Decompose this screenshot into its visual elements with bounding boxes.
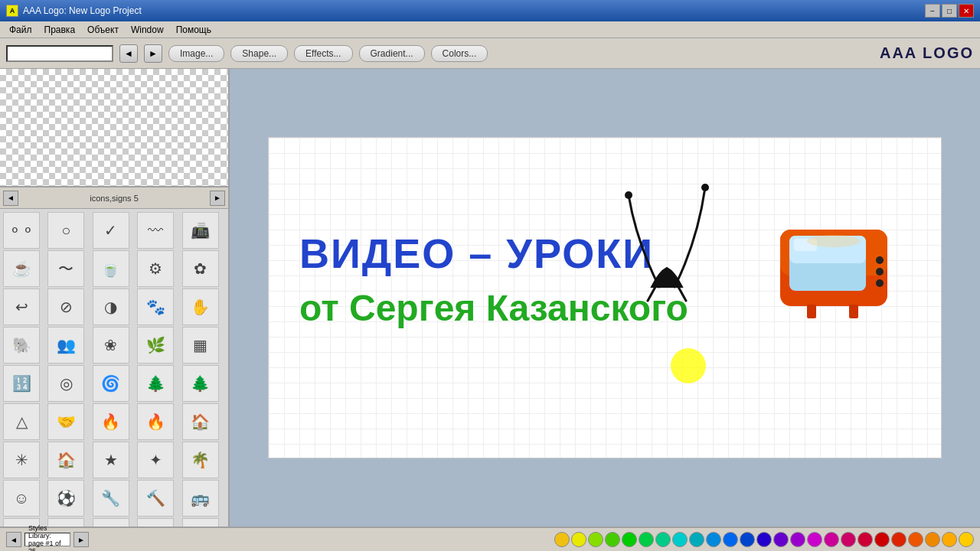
shape-item[interactable]: 🌀 [93,365,129,402]
color-swatch[interactable] [554,532,570,547]
effects-button[interactable]: Effects... [294,45,352,62]
color-swatch[interactable] [925,532,940,547]
shape-item[interactable]: 🌲 [182,365,219,402]
shape-item[interactable]: 🔥 [93,403,129,440]
shape-item[interactable]: △ [3,403,40,440]
styles-nav-next[interactable]: ► [74,532,89,547]
shape-item[interactable]: 🌿 [137,327,174,364]
menu-window[interactable]: Window [125,23,170,37]
color-swatch[interactable] [689,532,704,547]
shape-item[interactable]: 🏠 [182,403,219,440]
minimize-button[interactable]: − [925,4,940,18]
shape-item[interactable]: 🔥 [137,403,174,440]
color-swatch[interactable] [639,532,654,547]
shape-item[interactable]: ○ [47,212,84,249]
shape-item[interactable]: ✳ [3,442,40,478]
shape-item[interactable]: 🍵 [93,250,129,287]
shape-item[interactable]: ↩ [3,289,40,325]
shape-item[interactable]: 🌲 [137,365,174,402]
design-canvas[interactable]: ВИДЕО – УРОКИ от Сергея Казанского [268,137,942,458]
shape-item[interactable]: 〜 [47,250,84,287]
canvas-area: ВИДЕО – УРОКИ от Сергея Казанского [230,69,980,527]
color-swatch[interactable] [706,532,721,547]
shape-nav-next[interactable]: ► [210,191,225,206]
page-indicator-text: Styles Library: page #1 of 25 [25,524,70,551]
canvas-text-main[interactable]: ВИДЕО – УРОКИ [299,230,654,277]
shape-item[interactable]: 🚌 [182,480,219,517]
shape-item[interactable]: 🏠 [47,442,84,478]
color-swatch[interactable] [605,532,620,547]
statusbar: ◄ Styles Library: page #1 of 25 ► [0,527,980,551]
shape-item[interactable]: 👢 [93,518,129,527]
styles-nav-prev[interactable]: ◄ [6,532,21,547]
shape-item[interactable]: 🐘 [3,327,40,364]
shape-item[interactable]: ✓ [93,212,129,249]
shape-item[interactable]: 📠 [182,212,219,249]
shape-grid: ⚬⚬ ○ ✓ 〰 📠 ☕ 〜 🍵 ⚙ ✿ ↩ ⊘ ◑ 🐾 ✋ 🐘 👥 ❀ 🌿 ▦… [0,209,228,527]
color-swatch[interactable] [807,532,822,547]
shape-item[interactable]: ⚙ [137,250,174,287]
color-swatch[interactable] [858,532,873,547]
shape-item[interactable]: 🔧 [93,480,129,517]
color-swatch[interactable] [959,532,974,547]
color-swatch[interactable] [588,532,603,547]
svg-point-1 [701,184,709,191]
titlebar: A AAA Logo: New Logo Project − □ ✕ [0,0,980,21]
svg-point-14 [807,235,861,247]
color-swatch[interactable] [756,532,772,547]
shape-item[interactable]: ⚽ [47,480,84,517]
shape-item[interactable]: ☕ [3,250,40,287]
shape-item[interactable]: ⊘ [47,289,84,325]
menu-help[interactable]: Помощь [170,23,217,37]
shape-item[interactable]: ⚬⚬ [3,212,40,249]
color-swatch[interactable] [571,532,586,547]
menu-file[interactable]: Файл [3,23,38,37]
shape-item[interactable]: ☺ [3,480,40,517]
shape-item[interactable]: 🔢 [3,365,40,402]
shape-item[interactable]: ✦ [137,442,174,478]
shape-item[interactable]: 〰 [182,518,219,527]
shape-item[interactable]: 〜 [137,518,174,527]
nav-back-button[interactable]: ◄ [119,44,138,63]
color-swatch[interactable] [740,532,755,547]
color-swatch[interactable] [655,532,671,547]
shape-item[interactable]: ✿ [182,250,219,287]
shape-item[interactable]: ★ [93,442,129,478]
shape-item[interactable]: 🌴 [182,442,219,478]
shape-nav-prev[interactable]: ◄ [3,191,18,206]
antenna-decoration [613,180,720,305]
shape-item[interactable]: 🔨 [137,480,174,517]
shape-item[interactable]: 〰 [137,212,174,249]
color-swatch[interactable] [841,532,856,547]
shape-item[interactable]: ◑ [93,289,129,325]
color-swatch[interactable] [622,532,637,547]
nav-fwd-button[interactable]: ► [144,44,162,63]
color-swatch[interactable] [672,532,688,547]
color-swatch[interactable] [773,532,789,547]
shape-item[interactable]: ▦ [182,327,219,364]
shape-item[interactable]: ❀ [93,327,129,364]
color-swatch[interactable] [824,532,839,547]
shape-item[interactable]: 👥 [47,327,84,364]
colors-button[interactable]: Colors... [431,45,488,62]
shape-item[interactable]: ◎ [47,365,84,402]
color-swatch[interactable] [942,532,957,547]
image-button[interactable]: Image... [168,45,224,62]
color-swatch[interactable] [891,532,906,547]
shape-item[interactable]: ✋ [182,289,219,325]
window-controls: − □ ✕ [925,4,974,18]
menu-edit[interactable]: Правка [38,23,82,37]
name-input[interactable] [6,45,113,62]
shape-item[interactable]: 🐾 [137,289,174,325]
shape-item[interactable]: 🤝 [47,403,84,440]
color-swatch[interactable] [790,532,805,547]
gradient-button[interactable]: Gradient... [359,45,425,62]
close-button[interactable]: ✕ [959,4,974,18]
menubar: Файл Правка Объект Window Помощь [0,21,980,38]
color-swatch[interactable] [908,532,923,547]
color-swatch[interactable] [874,532,890,547]
menu-object[interactable]: Объект [81,23,125,37]
maximize-button[interactable]: □ [942,4,957,18]
shape-button[interactable]: Shape... [230,45,288,62]
color-swatch[interactable] [723,532,738,547]
